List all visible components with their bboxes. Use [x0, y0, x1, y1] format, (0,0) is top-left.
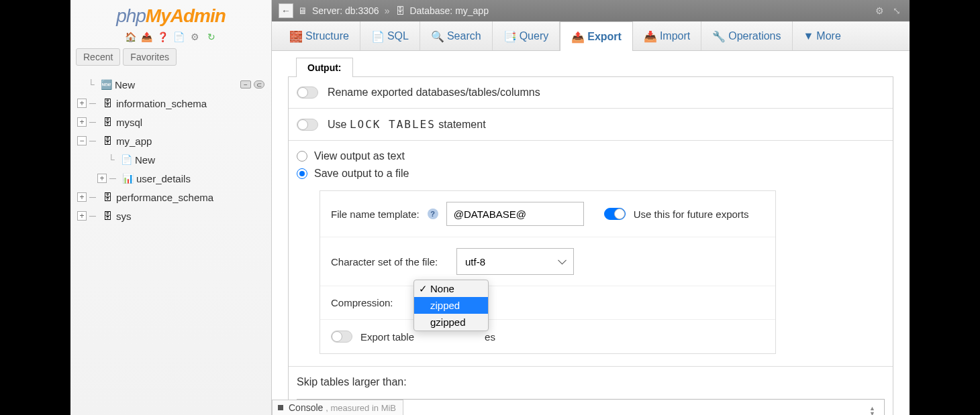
- charset-label: Character set of the file:: [331, 256, 448, 268]
- dropdown-option-gzipped[interactable]: gzipped: [414, 314, 488, 331]
- database-tree: └ 🆕 New +─ 🗄 information_schema +─ 🗄 mys…: [70, 70, 271, 225]
- tab-structure[interactable]: 🧱Structure: [279, 21, 360, 50]
- import-icon: 📥: [644, 30, 656, 42]
- new-db-icon: 🆕: [100, 79, 112, 90]
- rename-toggle[interactable]: [297, 86, 318, 99]
- output-heading: Output:: [296, 58, 353, 77]
- database-icon: 🗄: [101, 117, 113, 127]
- expand-icon[interactable]: +: [97, 174, 107, 183]
- tab-query[interactable]: 📑Query: [493, 21, 560, 50]
- compression-dropdown: None zipped gzipped: [413, 280, 489, 331]
- page-settings-icon[interactable]: ⚙: [873, 5, 885, 17]
- expand-icon[interactable]: +: [77, 211, 87, 221]
- server-icon: 🖥: [297, 6, 308, 15]
- view-as-text-label: View output as text: [314, 150, 405, 162]
- charset-select[interactable]: utf-8: [456, 248, 574, 275]
- skip-tables-label: Skip tables larger than:: [289, 367, 893, 394]
- search-icon: 🔍: [431, 30, 443, 42]
- table-icon: 📊: [121, 173, 134, 184]
- tree-db-sys[interactable]: +─ 🗄 sys: [77, 206, 268, 225]
- breadcrumb-database[interactable]: Database: my_app: [409, 5, 489, 16]
- number-stepper[interactable]: ▲▼: [869, 406, 875, 415]
- help-icon[interactable]: ?: [428, 209, 438, 219]
- database-icon: 🗄: [101, 98, 113, 109]
- lock-tables-toggle[interactable]: [297, 119, 318, 131]
- recent-tab[interactable]: Recent: [76, 48, 120, 66]
- export-icon: 📤: [571, 31, 583, 43]
- sql-icon[interactable]: 📄: [173, 31, 185, 43]
- view-as-text-radio[interactable]: [297, 151, 307, 162]
- home-icon[interactable]: 🏠: [125, 31, 137, 43]
- tree-db-information-schema[interactable]: +─ 🗄 information_schema: [77, 94, 268, 113]
- sql-icon: 📄: [371, 30, 383, 42]
- tree-new-table[interactable]: └ 📄 New: [77, 150, 268, 169]
- tree-db-performance-schema[interactable]: +─ 🗄 performance_schema: [77, 188, 268, 206]
- logo[interactable]: phpMyAdmin: [70, 0, 271, 28]
- chevron-down-icon: ▼: [803, 30, 814, 42]
- export-separate-label: Export tables as separate files: [360, 331, 495, 343]
- breadcrumb-server[interactable]: Server: db:3306: [312, 5, 379, 16]
- tab-more[interactable]: ▼More: [793, 21, 852, 50]
- tree-table-user-details[interactable]: +─ 📊 user_details: [77, 169, 268, 188]
- compression-label: Compression:: [331, 297, 393, 308]
- query-icon: 📑: [503, 30, 516, 42]
- structure-icon: 🧱: [289, 30, 301, 42]
- export-separate-toggle[interactable]: [331, 331, 352, 343]
- lock-tables-label: Use LOCK TABLES statement: [328, 118, 486, 131]
- save-to-file-radio[interactable]: [297, 168, 307, 179]
- collapse-icon[interactable]: −: [77, 136, 87, 145]
- console-toggle[interactable]: Console , measured in MiB: [272, 400, 403, 415]
- tab-import[interactable]: 📥Import: [633, 21, 701, 50]
- expand-icon[interactable]: +: [77, 192, 87, 202]
- tab-search[interactable]: 🔍Search: [420, 21, 493, 50]
- settings-icon[interactable]: ⚙: [189, 31, 201, 43]
- output-panel: Rename exported databases/tables/columns…: [288, 76, 893, 415]
- filename-template-input[interactable]: [446, 202, 584, 226]
- tree-db-mysql[interactable]: +─ 🗄 mysql: [77, 113, 268, 131]
- rename-label: Rename exported databases/tables/columns: [328, 86, 540, 99]
- dropdown-option-none[interactable]: None: [414, 280, 488, 297]
- nav-link-icon[interactable]: ⊂: [254, 80, 264, 88]
- nav-quick-icons: 🏠 📤 ❓ 📄 ⚙ ↻: [70, 28, 271, 47]
- save-file-subpanel: File name template: ? Use this for futur…: [320, 190, 776, 354]
- dropdown-option-zipped[interactable]: zipped: [414, 297, 488, 314]
- tree-db-my-app[interactable]: −─ 🗄 my_app: [77, 131, 268, 150]
- tab-export[interactable]: 📤Export: [560, 21, 633, 51]
- main-tabs: 🧱Structure 📄SQL 🔍Search 📑Query 📤Export 📥…: [272, 21, 910, 51]
- database-icon: 🗄: [101, 135, 113, 146]
- collapse-all-icon[interactable]: −: [240, 80, 251, 88]
- collapse-top-icon[interactable]: ⤡: [891, 5, 903, 17]
- filename-template-label: File name template:: [331, 209, 420, 220]
- database-icon: 🗄: [101, 211, 113, 221]
- future-exports-label: Use this for future exports: [634, 209, 749, 220]
- expand-icon[interactable]: +: [77, 99, 87, 108]
- tab-sql[interactable]: 📄SQL: [360, 21, 420, 50]
- nav-back-button[interactable]: ←: [279, 3, 293, 18]
- favorites-tab[interactable]: Favorites: [123, 48, 177, 66]
- database-icon: 🗄: [395, 6, 405, 15]
- reload-icon[interactable]: ↻: [205, 31, 217, 43]
- future-exports-toggle[interactable]: [604, 208, 626, 220]
- new-table-icon: 📄: [120, 154, 132, 165]
- database-icon: 🗄: [101, 192, 113, 202]
- operations-icon: 🔧: [712, 30, 724, 42]
- logout-icon[interactable]: 📤: [141, 31, 153, 43]
- nav-sidebar: phpMyAdmin 🏠 📤 ❓ 📄 ⚙ ↻ Recent Favorites …: [70, 0, 272, 415]
- tab-operations[interactable]: 🔧Operations: [701, 21, 792, 50]
- expand-icon[interactable]: +: [77, 117, 87, 127]
- docs-icon[interactable]: ❓: [157, 31, 169, 43]
- breadcrumb: ← 🖥 Server: db:3306 » 🗄 Database: my_app…: [272, 0, 910, 21]
- save-to-file-label: Save output to a file: [314, 168, 409, 180]
